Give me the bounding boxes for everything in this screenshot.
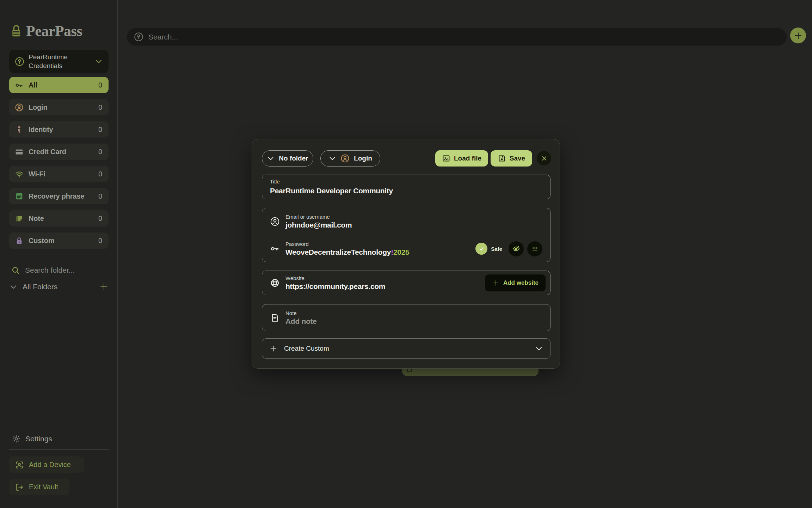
sidebar: PearPass PearRuntime Credentials All 0 L… [0, 0, 118, 508]
count-badge: 0 [98, 237, 102, 245]
plus-icon [492, 279, 500, 287]
type-dropdown[interactable]: Login [320, 150, 380, 167]
sidebar-item-wifi[interactable]: Wi-Fi 0 [9, 166, 109, 182]
count-badge: 0 [98, 81, 102, 89]
settings-label: Settings [25, 435, 52, 443]
user-circle-icon [340, 154, 350, 163]
count-badge: 0 [98, 126, 102, 134]
keyhole-circle-icon [134, 32, 143, 42]
website-value[interactable]: https://community.pears.com [285, 282, 479, 291]
sidebar-item-credit-card[interactable]: Credit Card 0 [9, 144, 109, 160]
count-badge: 0 [98, 148, 102, 156]
load-file-button[interactable]: Load file [435, 150, 488, 167]
credentials-group: Email or username johndoe@mail.com Passw… [262, 208, 550, 262]
search-icon [11, 266, 20, 275]
settings-button[interactable]: Settings [12, 435, 52, 443]
scan-person-icon [15, 460, 24, 470]
email-value[interactable]: johndoe@mail.com [285, 221, 542, 229]
password-options-button[interactable] [527, 241, 542, 256]
website-field[interactable]: Website https://community.pears.com Add … [262, 271, 550, 295]
dots-menu-icon [531, 244, 539, 253]
user-circle-icon [270, 217, 280, 226]
global-search[interactable] [127, 28, 787, 46]
credit-card-icon [15, 147, 24, 156]
vault-name: PearRuntime Credentials [29, 53, 90, 70]
sidebar-divider [9, 449, 109, 450]
toggle-password-visibility-button[interactable] [509, 241, 524, 256]
sidebar-item-login[interactable]: Login 0 [9, 99, 109, 115]
all-folders-row: All Folders [9, 281, 109, 293]
sidebar-item-custom[interactable]: Custom 0 [9, 232, 109, 249]
padlock-logo-icon [11, 24, 22, 38]
global-search-input[interactable] [148, 33, 780, 41]
gear-icon [12, 435, 20, 443]
document-icon [270, 313, 280, 323]
note-field[interactable]: Note Add note [262, 304, 550, 331]
password-value[interactable]: WeoveDecentralizeTechnology!2025 [285, 248, 470, 256]
globe-icon [270, 278, 280, 288]
add-folder-icon[interactable] [99, 282, 109, 291]
count-badge: 0 [98, 192, 102, 200]
eye-off-icon [512, 244, 521, 253]
app-name: PearPass [26, 23, 82, 40]
close-icon [541, 155, 548, 162]
folder-search[interactable] [11, 265, 106, 276]
website-label: Website [285, 275, 479, 281]
create-custom-button[interactable]: Create Custom [262, 338, 550, 359]
plus-icon [269, 344, 278, 353]
add-website-button[interactable]: Add website [485, 274, 546, 291]
sidebar-item-recovery-phrase[interactable]: Recovery phrase 0 [9, 188, 109, 204]
count-badge: 0 [98, 103, 102, 111]
credential-editor-modal: No folder Login Load file Save [252, 139, 560, 369]
chevron-down-icon [94, 57, 103, 66]
email-label: Email or username [285, 214, 542, 220]
count-badge: 0 [98, 170, 102, 178]
sidebar-item-identity[interactable]: Identity 0 [9, 121, 109, 138]
title-field[interactable]: Title PearRuntime Developer Community [262, 175, 550, 199]
note-label: Note [285, 310, 542, 316]
key-icon [270, 244, 280, 254]
add-item-button[interactable] [790, 28, 806, 43]
chevron-down-icon [535, 344, 543, 353]
folder-dropdown[interactable]: No folder [262, 150, 313, 167]
note-placeholder[interactable]: Add note [285, 317, 542, 326]
title-label: Title [270, 179, 542, 185]
floppy-disk-icon [498, 154, 506, 163]
wifi-icon [15, 170, 24, 179]
safe-check-icon [475, 243, 487, 255]
password-label: Password [285, 241, 470, 247]
keyhole-circle-icon [15, 57, 24, 66]
password-status-badge: Safe [491, 246, 502, 252]
chevron-down-icon [267, 155, 275, 162]
close-button[interactable] [537, 151, 551, 165]
save-button[interactable]: Save [491, 150, 532, 167]
person-icon [15, 125, 24, 134]
email-field[interactable]: Email or username johndoe@mail.com [262, 208, 550, 235]
password-field[interactable]: Password WeoveDecentralizeTechnology!202… [262, 235, 550, 262]
add-device-button[interactable]: Add a Device [9, 456, 84, 473]
key-icon [15, 81, 24, 90]
chevron-down-icon[interactable] [9, 283, 18, 291]
all-folders-label: All Folders [23, 283, 94, 291]
sidebar-item-all[interactable]: All 0 [9, 77, 109, 93]
user-circle-icon [15, 103, 24, 112]
folder-search-input[interactable] [25, 266, 96, 274]
note-icon [15, 214, 24, 223]
recovery-list-icon [15, 192, 24, 201]
lock-icon [15, 236, 24, 245]
chevron-down-icon [328, 155, 336, 162]
plus-icon [794, 31, 803, 40]
title-value[interactable]: PearRuntime Developer Community [270, 187, 542, 195]
vault-selector[interactable]: PearRuntime Credentials [9, 50, 109, 73]
sidebar-item-note[interactable]: Note 0 [9, 210, 109, 226]
exit-vault-button[interactable]: Exit Vault [9, 479, 69, 495]
app-logo: PearPass [11, 23, 82, 40]
count-badge: 0 [98, 214, 102, 223]
image-icon [442, 154, 450, 163]
exit-icon [15, 483, 24, 492]
